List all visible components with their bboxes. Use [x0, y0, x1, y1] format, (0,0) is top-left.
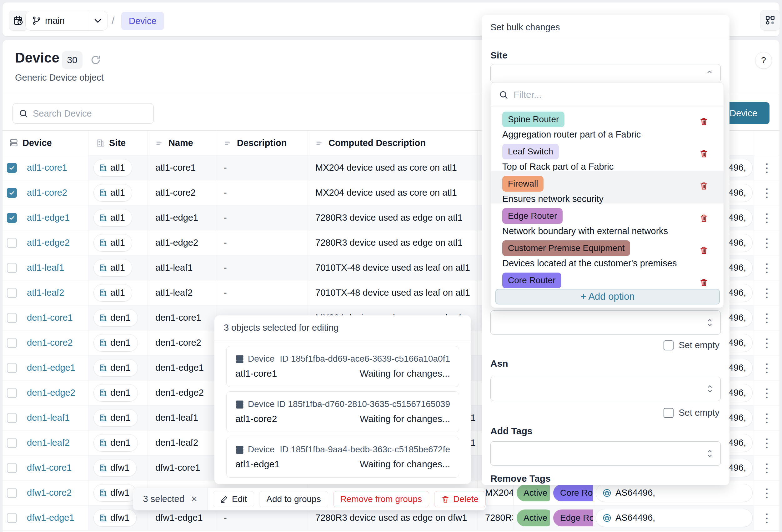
search-device-input[interactable]: [33, 108, 148, 119]
help-button[interactable]: ?: [755, 52, 772, 69]
trash-icon[interactable]: [699, 149, 709, 158]
device-link[interactable]: atl1-leaf1: [27, 262, 64, 273]
row-checkbox[interactable]: [7, 338, 17, 348]
kebab-menu-icon[interactable]: ⋮: [754, 312, 780, 324]
clear-selection-icon[interactable]: ✕: [191, 494, 198, 504]
device-link[interactable]: den1-leaf2: [27, 437, 70, 448]
site-badge[interactable]: den1: [94, 334, 138, 352]
row-checkbox[interactable]: [7, 188, 17, 198]
row-checkbox[interactable]: [7, 513, 17, 523]
kebab-menu-icon[interactable]: ⋮: [754, 287, 780, 299]
chevron-down-icon[interactable]: [88, 16, 108, 25]
bulk-select-field[interactable]: [490, 310, 721, 335]
selected-object-card[interactable]: Device ID 185f1fba-9aa4-bedb-363c-c5185b…: [226, 437, 459, 477]
site-select[interactable]: [490, 64, 721, 83]
trash-icon[interactable]: [699, 246, 709, 255]
add-option-button[interactable]: + Add option: [495, 289, 720, 305]
add-to-groups-button[interactable]: Add to groups: [259, 491, 328, 507]
site-option[interactable]: Leaf Switch Top of Rack part of a Fabric: [491, 139, 723, 171]
kebab-menu-icon[interactable]: ⋮: [754, 337, 780, 349]
selected-object-card[interactable]: Device ID 185f1fba-dd69-ace6-3639-c5166a…: [226, 346, 459, 387]
device-link[interactable]: atl1-core1: [27, 163, 67, 173]
row-checkbox[interactable]: [7, 438, 17, 448]
site-badge[interactable]: dfw1: [94, 509, 137, 527]
kebab-menu-icon[interactable]: ⋮: [754, 187, 780, 199]
site-badge[interactable]: atl1: [94, 159, 132, 177]
site-badge[interactable]: atl1: [94, 259, 132, 277]
row-checkbox[interactable]: [7, 463, 17, 473]
site-badge[interactable]: dfw1: [94, 484, 137, 502]
row-checkbox[interactable]: [7, 263, 17, 273]
site-option[interactable]: Spine Router Aggregation router part of …: [491, 107, 723, 139]
site-badge[interactable]: den1: [94, 434, 138, 452]
row-checkbox[interactable]: [7, 488, 17, 498]
kebab-menu-icon[interactable]: ⋮: [754, 462, 780, 474]
server-icon: [235, 354, 244, 363]
kebab-menu-icon[interactable]: ⋮: [754, 212, 780, 224]
row-checkbox[interactable]: [7, 413, 17, 423]
edit-button[interactable]: Edit: [213, 491, 254, 507]
column-header-device[interactable]: Device: [2, 131, 88, 155]
site-badge[interactable]: atl1: [94, 284, 132, 302]
kebab-menu-icon[interactable]: ⋮: [754, 162, 780, 174]
trash-icon[interactable]: [699, 117, 709, 126]
row-checkbox[interactable]: [7, 163, 17, 173]
device-link[interactable]: den1-edge1: [27, 363, 75, 373]
row-checkbox[interactable]: [7, 213, 17, 223]
kebab-menu-icon[interactable]: ⋮: [754, 237, 780, 249]
kebab-menu-icon[interactable]: ⋮: [754, 262, 780, 274]
site-option[interactable]: Customer Premise Equipment Devices locat…: [491, 236, 723, 268]
device-link[interactable]: dfw1-edge1: [27, 512, 74, 523]
site-option[interactable]: Firewall Ensures network security: [491, 171, 723, 204]
delete-button[interactable]: Delete: [434, 491, 486, 507]
site-badge[interactable]: den1: [94, 384, 138, 402]
device-link[interactable]: atl1-edge1: [27, 213, 70, 223]
site-badge[interactable]: atl1: [94, 184, 132, 202]
device-link[interactable]: den1-leaf1: [27, 413, 70, 423]
row-checkbox[interactable]: [7, 238, 17, 248]
trash-icon[interactable]: [699, 213, 709, 223]
kebab-menu-icon[interactable]: ⋮: [754, 437, 780, 449]
set-empty-checkbox[interactable]: [664, 341, 674, 350]
device-link[interactable]: dfw1-core1: [27, 463, 72, 473]
kebab-menu-icon[interactable]: ⋮: [754, 487, 780, 499]
column-header-description[interactable]: Description: [216, 131, 308, 155]
device-link[interactable]: den1-edge2: [27, 388, 75, 398]
site-badge[interactable]: den1: [94, 309, 138, 327]
site-badge[interactable]: dfw1: [94, 459, 137, 477]
row-checkbox[interactable]: [7, 363, 17, 373]
device-link[interactable]: den1-core1: [27, 313, 73, 323]
asn-select[interactable]: [490, 377, 721, 401]
device-link[interactable]: atl1-leaf2: [27, 288, 64, 298]
set-empty-checkbox[interactable]: [664, 408, 674, 418]
add-tags-select[interactable]: [490, 441, 721, 466]
kebab-menu-icon[interactable]: ⋮: [754, 412, 780, 424]
row-checkbox[interactable]: [7, 288, 17, 298]
trash-icon[interactable]: [699, 278, 709, 287]
trash-icon[interactable]: [699, 181, 709, 191]
device-link[interactable]: atl1-core2: [27, 187, 67, 198]
remove-from-groups-button[interactable]: Remove from groups: [333, 491, 429, 507]
row-checkbox[interactable]: [7, 388, 17, 398]
site-badge[interactable]: atl1: [94, 234, 132, 252]
site-badge[interactable]: den1: [94, 359, 138, 377]
device-link[interactable]: atl1-edge2: [27, 238, 70, 248]
filter-input[interactable]: [513, 90, 716, 100]
kebab-menu-icon[interactable]: ⋮: [754, 362, 780, 374]
refresh-icon[interactable]: [90, 54, 102, 66]
column-header-computed-description[interactable]: Computed Description: [308, 131, 477, 155]
branch-selector[interactable]: main: [25, 11, 108, 31]
device-link[interactable]: dfw1-core2: [27, 488, 72, 498]
column-header-name[interactable]: Name: [148, 131, 216, 155]
schema-button[interactable]: [760, 10, 780, 31]
kebab-menu-icon[interactable]: ⋮: [754, 512, 780, 524]
column-header-site[interactable]: Site: [88, 131, 148, 155]
site-badge[interactable]: den1: [94, 409, 138, 427]
site-badge[interactable]: atl1: [94, 209, 132, 226]
breadcrumb-device[interactable]: Device: [121, 12, 164, 30]
site-option[interactable]: Edge Router Network boundary with extern…: [491, 204, 723, 236]
device-link[interactable]: den1-core2: [27, 338, 73, 348]
kebab-menu-icon[interactable]: ⋮: [754, 387, 780, 399]
row-checkbox[interactable]: [7, 313, 17, 323]
selected-object-card[interactable]: Device ID 185f1fba-d760-2810-3635-c51567…: [226, 391, 459, 432]
